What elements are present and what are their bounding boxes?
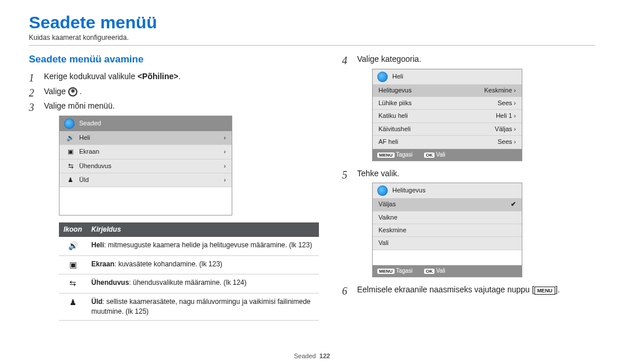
cat-row-value: Heli 1 ›	[496, 112, 516, 120]
cat-row-value: Keskmine ›	[484, 86, 516, 95]
mock-header: Heli	[373, 69, 522, 84]
chevron-right-icon: ›	[514, 87, 516, 94]
mock-footer: MENU Tagasi OK Vali	[373, 265, 522, 277]
chevron-right-icon: ›	[224, 162, 226, 170]
connectivity-icon: ⇆	[65, 162, 76, 170]
footer-back-label: Tagasi	[396, 268, 413, 274]
table-row: 🔊 Heli: mitmesuguste kaamera helide ja h…	[59, 237, 319, 255]
general-icon: ♟	[59, 293, 87, 320]
step-number: 3	[29, 101, 34, 115]
cat-row-value: Sees ›	[497, 99, 516, 107]
mock-row-uhenduvus[interactable]: ⇆ Ühenduvus ›	[60, 159, 232, 173]
table-row: ⇆ Ühenduvus: ühendusvalikute määramine. …	[59, 274, 319, 294]
row-term: Üld	[91, 298, 102, 306]
section-heading-left: Seadete menüü avamine	[29, 54, 319, 65]
mock-header-label: Seaded	[79, 119, 101, 128]
ok-chip: OK	[424, 153, 434, 158]
cat-row-af-heli[interactable]: AF heli Sees ›	[373, 136, 522, 148]
cat-row-helitugevus[interactable]: Helitugevus Keskmine ›	[373, 84, 522, 97]
volume-select-mock: Helitugevus Väljas ✔ Vaikne Keskmin	[372, 183, 522, 277]
mock-row-uld[interactable]: ♟ Üld ›	[60, 173, 232, 187]
step-6: 6 Eelmisele ekraanile naasmiseks vajutag…	[342, 284, 595, 296]
vol-row-label: Väljas	[378, 200, 511, 209]
step-6-text-b: ].	[555, 285, 560, 294]
mock-row-label: Ekraan	[79, 147, 224, 156]
step-number: 6	[342, 284, 347, 299]
footer-ok-label: Vali	[436, 151, 445, 158]
footer-page-number: 122	[320, 352, 330, 359]
table-row: ♟ Üld: selliste kaamerasätete, nagu mälu…	[59, 293, 319, 320]
step-5-text: Tehke valik.	[357, 169, 399, 178]
row-term: Ühenduvus	[91, 278, 129, 287]
dial-icon	[64, 118, 75, 129]
speaker-icon: 🔊	[65, 133, 76, 142]
step-2-text-a: Valige	[44, 87, 68, 96]
screen-icon: ▣	[65, 147, 76, 156]
row-desc: : ühendusvalikute määramine. (lk 124)	[129, 278, 246, 287]
step-number: 5	[342, 168, 347, 183]
menu-button-icon: MENU	[534, 287, 556, 295]
cat-row-label: Helitugevus	[378, 86, 484, 95]
cat-row-value: Sees ›	[497, 138, 516, 146]
th-desc: Kirjeldus	[87, 222, 319, 237]
row-desc: : mitmesuguste kaamera helide ja helitug…	[104, 241, 312, 249]
mock-header-label: Heli	[392, 72, 403, 81]
menu-chip: MENU	[377, 269, 395, 274]
mock-header: Seaded	[60, 116, 232, 131]
row-term: Ekraan	[91, 260, 114, 268]
step-3: 3 Valige mõni menüü. Seaded 🔊 Heli ›	[29, 101, 319, 320]
vol-row-vali[interactable]: Vali	[373, 237, 522, 250]
mock-footer: MENU Tagasi OK Vali	[373, 149, 522, 161]
icon-description-table: Ikoon Kirjeldus 🔊 Heli: mitmesuguste kaa…	[59, 222, 319, 320]
mock-header-label: Helitugevus	[392, 186, 425, 195]
general-icon: ♟	[65, 176, 76, 184]
step-2-text-b: .	[80, 87, 82, 96]
page-title: Seadete menüü	[29, 13, 595, 32]
vol-row-label: Vali	[378, 239, 516, 247]
cat-row-label: AF heli	[378, 138, 497, 146]
footer-section-label: Seaded	[294, 352, 316, 359]
table-row: ▣ Ekraan: kuvasätete kohandamine. (lk 12…	[59, 255, 319, 274]
mock-row-heli[interactable]: 🔊 Heli ›	[60, 131, 232, 145]
step-5: 5 Tehke valik. Helitugevus Väljas ✔	[342, 168, 595, 277]
mock-blank-area	[60, 187, 232, 215]
mock-row-ekraan[interactable]: ▣ Ekraan ›	[60, 145, 232, 159]
screen-icon: ▣	[59, 255, 87, 274]
settings-menu-mock: Seaded 🔊 Heli › ▣ Ekraan ›	[59, 116, 232, 216]
step-3-text: Valige mõni menüü.	[44, 101, 115, 110]
step-number: 4	[342, 54, 347, 68]
chevron-right-icon: ›	[514, 99, 516, 106]
vol-row-valjas[interactable]: Väljas ✔	[373, 198, 522, 211]
vol-row-vaikne[interactable]: Vaikne	[373, 211, 522, 224]
mock-row-label: Üld	[79, 176, 224, 184]
row-term: Heli	[91, 241, 104, 249]
dial-icon	[377, 185, 388, 196]
vol-row-label: Vaikne	[378, 213, 516, 222]
step-2: 2 Valige .	[29, 86, 319, 98]
cat-row-katiku-heli[interactable]: Katiku heli Heli 1 ›	[373, 110, 522, 122]
row-desc: : selliste kaamerasätete, nagu mäluvormi…	[91, 298, 311, 315]
cat-row-label: Käivitusheli	[378, 125, 495, 133]
step-number: 1	[29, 71, 34, 86]
step-4: 4 Valige kategooria. Heli Helitugevus Ke…	[342, 54, 595, 161]
step-6-text-a: Eelmisele ekraanile naasmiseks vajutage …	[357, 285, 534, 294]
footer-back-label: Tagasi	[396, 151, 413, 158]
mock-blank-area	[373, 250, 522, 265]
cat-row-label: Lühike piiks	[378, 99, 497, 107]
footer-ok-label: Vali	[436, 268, 445, 274]
vol-row-label: Keskmine	[378, 226, 516, 235]
vol-row-keskmine[interactable]: Keskmine	[373, 224, 522, 237]
cat-row-kaivitusheli[interactable]: Käivitusheli Väljas ›	[373, 123, 522, 136]
connectivity-icon: ⇆	[59, 274, 87, 294]
step-1-bold: <Põhiline>	[138, 72, 179, 81]
chevron-right-icon: ›	[224, 133, 226, 142]
page-footer: Seaded 122	[0, 352, 624, 359]
mock-header: Helitugevus	[373, 183, 522, 198]
th-icon: Ikoon	[59, 222, 87, 237]
cat-row-luhike-piiks[interactable]: Lühike piiks Sees ›	[373, 97, 522, 110]
step-1-text-c: .	[179, 72, 181, 81]
chevron-right-icon: ›	[514, 125, 516, 132]
dial-icon	[377, 72, 388, 82]
speaker-icon: 🔊	[59, 237, 87, 255]
step-1: 1 Kerige kodukuval valikule <Põhiline>.	[29, 71, 319, 83]
